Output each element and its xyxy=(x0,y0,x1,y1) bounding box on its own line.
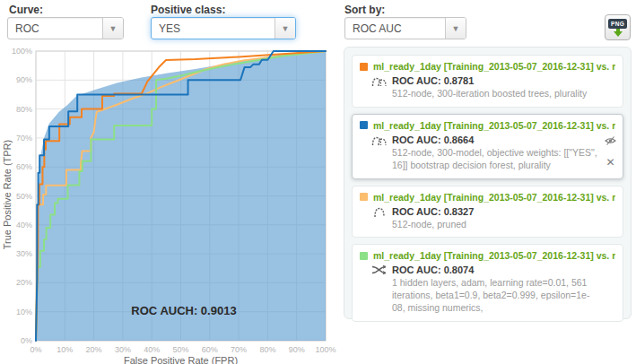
svg-text:50%: 50% xyxy=(172,345,188,354)
svg-text:100%: 100% xyxy=(315,345,335,354)
svg-text:0%: 0% xyxy=(21,336,32,345)
evaluation-card[interactable]: ml_ready_1day [Training_2013-05-07_2016-… xyxy=(352,186,623,238)
model-description: 512-node, 300-model, objective weights: … xyxy=(360,147,615,172)
svg-text:70%: 70% xyxy=(231,345,247,354)
evaluation-card-selected[interactable]: ml_ready_1day [Training_2013-05-07_2016-… xyxy=(352,114,623,179)
curve-dropdown[interactable]: ROC ▼ xyxy=(7,17,124,39)
roc-auc-value: ROC AUC: 0.8074 xyxy=(392,264,474,275)
svg-text:80%: 80% xyxy=(16,105,32,114)
positive-class-label: Positive class: xyxy=(151,4,225,16)
sort-by-dropdown[interactable]: ROC AUC ▼ xyxy=(344,17,466,39)
svg-text:40%: 40% xyxy=(144,345,160,354)
evaluation-link[interactable]: ml_ready_1day [Training_2013-05-07_2016-… xyxy=(373,192,615,203)
png-icon: PNG xyxy=(608,19,627,29)
evaluation-link[interactable]: ml_ready_1day [Training_2013-05-07_2016-… xyxy=(373,250,615,261)
curve-label: Curve: xyxy=(9,4,43,16)
svg-text:30%: 30% xyxy=(115,345,131,354)
deepnet-icon xyxy=(371,264,388,276)
svg-text:90%: 90% xyxy=(289,345,305,354)
evaluation-card[interactable]: ml_ready_1day [Training_2013-05-07_2016-… xyxy=(352,244,623,322)
auch-annotation: ROC AUCH: 0.9013 xyxy=(94,304,274,317)
svg-text:60%: 60% xyxy=(16,162,32,171)
model-icon xyxy=(371,205,388,218)
chevron-down-icon: ▼ xyxy=(102,18,123,39)
positive-class-dropdown-value: YES xyxy=(152,18,274,39)
y-axis-title: True Positive Rate (TPR) xyxy=(2,123,13,266)
ensemble-icon xyxy=(371,74,388,87)
svg-text:10%: 10% xyxy=(57,345,73,354)
evaluation-list-panel: ml_ready_1day [Training_2013-05-07_2016-… xyxy=(344,47,632,319)
sort-by-dropdown-value: ROC AUC xyxy=(345,18,445,39)
evaluation-link[interactable]: ml_ready_1day [Training_2013-05-07_2016-… xyxy=(373,61,615,72)
curve-dropdown-value: ROC xyxy=(8,18,102,39)
svg-text:40%: 40% xyxy=(16,221,32,230)
svg-text:20%: 20% xyxy=(86,345,102,354)
chevron-down-icon: ▼ xyxy=(274,18,295,39)
curve-color-swatch xyxy=(360,121,368,129)
close-icon: ✕ xyxy=(606,156,614,169)
evaluation-card[interactable]: ml_ready_1day [Training_2013-05-07_2016-… xyxy=(352,55,623,108)
sort-by-label: Sort by: xyxy=(344,4,385,16)
svg-text:30%: 30% xyxy=(16,249,32,258)
roc-auc-value: ROC AUC: 0.8781 xyxy=(392,75,474,86)
svg-text:70%: 70% xyxy=(16,134,32,143)
svg-text:60%: 60% xyxy=(202,345,218,354)
export-png-button[interactable]: PNG xyxy=(605,14,631,40)
evaluation-link[interactable]: ml_ready_1day [Training_2013-05-07_2016-… xyxy=(373,120,615,131)
roc-auc-value: ROC AUC: 0.8327 xyxy=(392,206,474,217)
svg-text:20%: 20% xyxy=(16,278,32,287)
model-description: 512-node, pruned xyxy=(360,219,615,231)
roc-auc-value: ROC AUC: 0.8664 xyxy=(392,134,474,145)
model-description: 1 hidden layers, adam, learning rate=0.0… xyxy=(360,277,615,315)
svg-text:90%: 90% xyxy=(16,75,32,84)
svg-text:100%: 100% xyxy=(12,47,32,56)
svg-text:50%: 50% xyxy=(16,192,32,201)
curve-color-swatch xyxy=(360,63,368,71)
eye-slash-icon xyxy=(605,135,616,146)
svg-text:10%: 10% xyxy=(16,308,32,316)
roc-chart: 0%0%10%10%20%20%30%30%40%40%50%50%60%60%… xyxy=(0,45,341,364)
chevron-down-icon: ▼ xyxy=(445,18,466,39)
remove-curve-button[interactable]: ✕ xyxy=(604,156,617,169)
x-axis-title: False Positive Rate (FPR) xyxy=(36,355,326,364)
hide-curve-button[interactable] xyxy=(604,134,617,148)
curve-color-swatch xyxy=(360,252,368,260)
model-description: 512-node, 300-iteration boosted trees, p… xyxy=(360,88,615,100)
svg-text:80%: 80% xyxy=(259,345,275,354)
positive-class-dropdown[interactable]: YES ▼ xyxy=(151,17,296,39)
ensemble-icon xyxy=(371,134,388,146)
svg-text:0%: 0% xyxy=(30,345,41,354)
curve-color-swatch xyxy=(360,193,368,201)
